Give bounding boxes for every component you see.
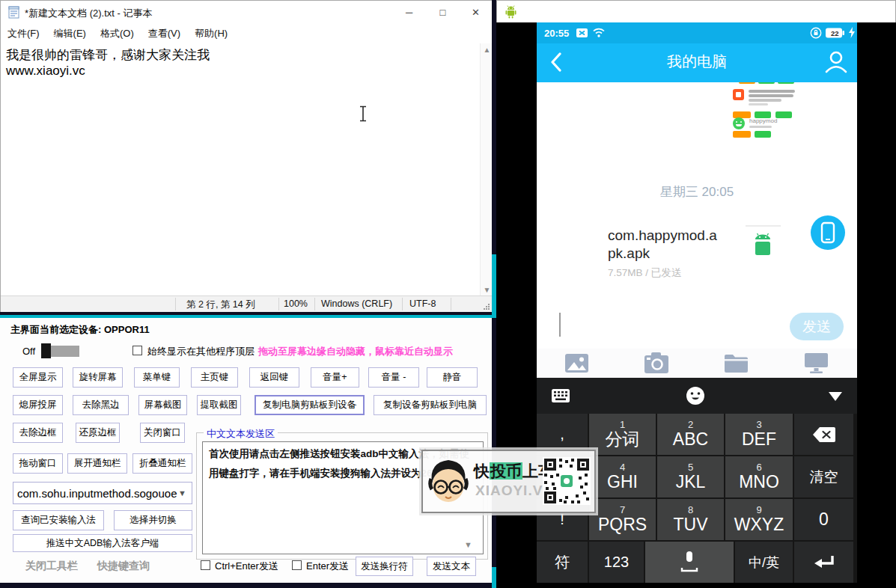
key-backspace[interactable] (794, 414, 853, 455)
notepad-scrollbar[interactable]: ▲ ▼ (480, 43, 493, 295)
key-clear[interactable]: 清空 (794, 456, 853, 497)
key-9-wxyz[interactable]: 9WXYZ (725, 499, 793, 540)
cartoon-face-icon (427, 456, 469, 507)
key-8-tuv[interactable]: 8TUV (657, 499, 724, 540)
enter-icon (813, 554, 835, 571)
key-4-ghi[interactable]: 4GHI (589, 456, 656, 497)
volume-down-button[interactable]: 音量 - (368, 367, 419, 388)
back-key-button[interactable]: 返回键 (249, 367, 299, 388)
collapse-notifications-button[interactable]: 折叠通知栏 (132, 453, 192, 474)
topmost-checkbox[interactable] (132, 346, 142, 355)
copy-device-clipboard-to-pc-button[interactable]: 复制设备剪贴板到电脑 (374, 395, 487, 415)
auto-hide-hint: 拖动至屏幕边缘自动隐藏，鼠标靠近自动显示 (258, 345, 453, 358)
menu-key-button[interactable]: 菜单键 (134, 367, 180, 388)
menu-edit[interactable]: 编辑(E) (54, 27, 86, 40)
notepad-maximize-button[interactable]: □ (426, 1, 460, 23)
send-button[interactable]: 发送 (790, 313, 844, 340)
copy-pc-clipboard-to-device-button[interactable]: 复制电脑剪贴板到设备 (255, 395, 365, 415)
text-caret (559, 313, 561, 337)
file-message-meta: 7.57MB / 已发送 (608, 266, 681, 280)
key-3-def[interactable]: 3DEF (725, 414, 793, 455)
mini-button[interactable] (733, 111, 751, 118)
emoji-icon[interactable] (686, 386, 705, 405)
qr-code (543, 457, 591, 505)
groupbox-label: 中文文本发送区 (204, 427, 278, 441)
phone-window-titlebar[interactable]: OPPO R11 ─ □ ✕ (496, 0, 896, 22)
ctrl-enter-send-checkbox[interactable] (201, 560, 210, 570)
folder-icon[interactable] (725, 354, 748, 373)
notepad-titlebar[interactable]: *新建文本文档 (2).txt - 记事本 ─ □ ✕ (1, 1, 493, 23)
microphone-icon (680, 551, 699, 574)
notepad-minimize-button[interactable]: ─ (392, 1, 426, 23)
off-toggle-switch[interactable] (41, 343, 51, 358)
select-switch-ime-button[interactable]: 选择并切换 (114, 510, 192, 530)
expand-notifications-button[interactable]: 展开通知栏 (67, 453, 127, 474)
camera-icon[interactable] (644, 352, 668, 373)
rotate-screen-button[interactable]: 旋转屏幕 (73, 367, 123, 388)
my-computer-avatar[interactable] (811, 215, 845, 250)
notepad-close-button[interactable]: ✕ (459, 1, 493, 23)
restore-frame-button[interactable]: 还原边框 (76, 423, 120, 443)
mini-button[interactable] (755, 131, 771, 138)
home-key-button[interactable]: 主页键 (191, 367, 238, 388)
notepad-title: *新建文本文档 (2).txt - 记事本 (25, 7, 152, 20)
message-icon (576, 28, 588, 37)
screen-off-mirror-button[interactable]: 熄屏投屏 (13, 395, 63, 415)
key-space-voice[interactable] (645, 542, 734, 583)
send-newline-button[interactable]: 发送换行符 (356, 557, 413, 576)
mini-button[interactable] (739, 82, 755, 84)
key-5-jkl[interactable]: 5JKL (657, 456, 724, 497)
menu-format[interactable]: 格式(O) (100, 27, 134, 40)
profile-icon[interactable] (824, 49, 848, 73)
menu-file[interactable]: 文件(F) (7, 27, 40, 40)
mini-button[interactable] (733, 131, 751, 138)
ime-toolbar (537, 378, 857, 414)
extract-screenshot-button[interactable]: 提取截图 (197, 395, 241, 415)
monitor-icon[interactable] (805, 353, 828, 373)
enter-send-checkbox[interactable] (292, 560, 302, 570)
hide-keyboard-icon[interactable] (829, 392, 842, 401)
query-installed-ime-button[interactable]: 查询已安装输入法 (13, 510, 104, 530)
key-1-fenci[interactable]: 1分词 (589, 414, 656, 455)
remove-frame-button[interactable]: 去除边框 (13, 423, 63, 443)
status-encoding: UTF-8 (409, 298, 436, 309)
textarea-scroll-down-icon[interactable]: ▼ (464, 540, 472, 549)
gallery-icon[interactable] (565, 354, 588, 373)
ime-dropdown[interactable]: com.sohu.inputmethod.sogouoe ▼ (13, 482, 192, 504)
key-6-mno[interactable]: 6MNO (725, 456, 793, 497)
hotkey-query-link[interactable]: 快捷键查询 (97, 560, 150, 573)
remove-black-border-button[interactable]: 去除黑边 (73, 395, 129, 415)
close-toolbar-link[interactable]: 关闭工具栏 (25, 560, 78, 573)
menu-view[interactable]: 查看(V) (148, 27, 180, 40)
screenshot-button[interactable]: 屏幕截图 (138, 395, 187, 415)
chat-title: 我的电脑 (537, 52, 857, 72)
key-7-pqrs[interactable]: 7PQRS (589, 499, 656, 540)
drag-window-button[interactable]: 拖动窗口 (13, 453, 63, 474)
mini-button[interactable] (775, 111, 792, 118)
file-message-name: com.happymod.a pk.apk (608, 227, 717, 263)
resize-grip-icon[interactable] (483, 303, 490, 310)
key-comma[interactable]: , (537, 414, 588, 455)
key-123[interactable]: 123 (589, 542, 644, 583)
ibeam-cursor-icon (359, 105, 368, 122)
send-text-button[interactable]: 发送文本 (427, 557, 476, 576)
ime-dropdown-value: com.sohu.inputmethod.sogouoe (13, 487, 178, 500)
key-0[interactable]: 0 (794, 499, 853, 540)
key-symbols[interactable]: 符 (537, 542, 588, 583)
menu-help[interactable]: 帮助(H) (195, 27, 228, 40)
status-line-ending: Windows (CRLF) (321, 298, 392, 309)
push-adb-ime-button[interactable]: 推送中文ADB输入法客户端 (13, 534, 192, 552)
key-2-abc[interactable]: 2ABC (657, 414, 724, 455)
mini-button[interactable] (758, 82, 775, 84)
volume-up-button[interactable]: 音量+ (311, 367, 359, 388)
notepad-text-area[interactable]: 我是很帅的雷锋哥，感谢大家关注我 www.xiaoyi.vc (1, 43, 480, 295)
notepad-text-line: www.xiaoyi.vc (6, 64, 85, 79)
key-enter[interactable] (794, 542, 853, 583)
chat-area[interactable]: happymod 星期三 20:05 com.happymod.a pk.apk… (537, 82, 857, 349)
fullscreen-button[interactable]: 全屏显示 (13, 367, 63, 388)
close-window-button[interactable]: 关闭窗口 (140, 423, 185, 443)
key-zh-en[interactable]: 中/英 (735, 542, 793, 583)
keyboard-icon[interactable] (552, 389, 570, 402)
mute-button[interactable]: 静音 (427, 367, 478, 388)
mini-button[interactable] (778, 82, 794, 84)
